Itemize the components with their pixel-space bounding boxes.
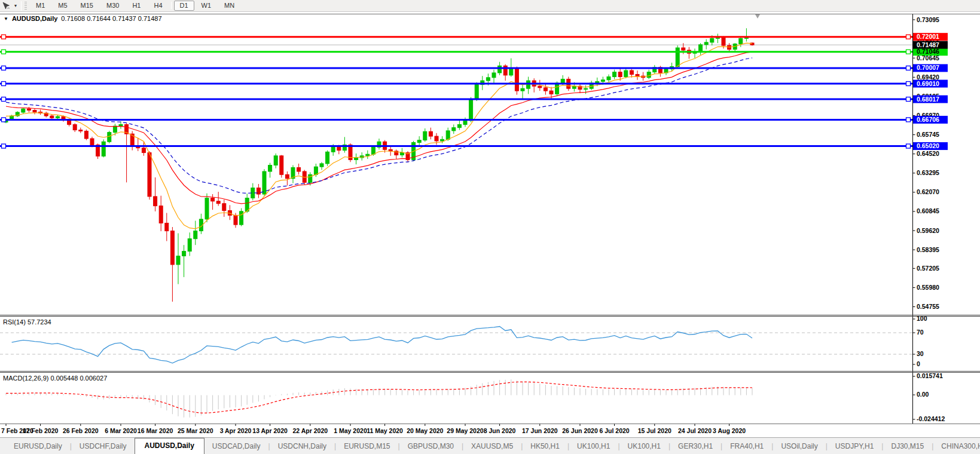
chart-canvas[interactable]: 0.730950.718700.706450.694200.681950.669… [0, 12, 980, 437]
timeframe-button-M15[interactable]: M15 [75, 1, 99, 11]
candle-body [56, 116, 59, 118]
rsi-pane[interactable] [0, 327, 913, 363]
candle-body [154, 197, 157, 206]
chart-tab-HK50-H1[interactable]: HK50,H1 [523, 439, 567, 454]
candle-body [337, 147, 341, 150]
macd-axis-label: -0.024412 [917, 415, 945, 422]
date-tick-label: 3 Apr 2020 [220, 427, 252, 434]
chart-tab-DJ30-M15[interactable]: DJ30,M15 [883, 439, 932, 454]
hline-handle[interactable] [906, 118, 911, 122]
date-tick-label: 29 May 2020 [447, 427, 483, 434]
chart-tab-USDJPY-H1[interactable]: USDJPY,H1 [828, 439, 881, 454]
rsi-label: RSI(14) 57.7234 [3, 318, 51, 326]
candle-body [452, 128, 456, 131]
candle-body [607, 76, 610, 79]
candle-body [176, 256, 180, 264]
candle-body [268, 165, 272, 171]
candle-body [90, 139, 94, 145]
hline-handle[interactable] [2, 50, 6, 54]
candle-body [27, 109, 30, 110]
hline-handle[interactable] [2, 97, 6, 102]
chart-tab-AUDUSD-Daily[interactable]: AUDUSD,Daily [135, 438, 204, 454]
chart-tab-EURUSD-Daily[interactable]: EURUSD,Daily [6, 439, 70, 454]
toolbar-grip-handle[interactable] [25, 2, 27, 10]
chart-shift-marker-icon[interactable] [755, 14, 760, 19]
rsi-axis-label: 0 [917, 360, 920, 367]
moving-average-20 [6, 52, 752, 204]
chart-tab-USDCAD-Daily[interactable]: USDCAD,Daily [204, 439, 268, 454]
date-tick-label: 8 Jun 2020 [484, 427, 516, 434]
chart-tab-EURUSD-M15[interactable]: EURUSD,M15 [336, 439, 398, 454]
hline-handle[interactable] [906, 97, 911, 102]
chart-tab-UK100-H1[interactable]: UK100,H1 [620, 439, 668, 454]
candle-body [33, 111, 36, 112]
candle-body [320, 164, 323, 167]
hline-handle[interactable] [2, 66, 6, 70]
timeframe-button-MN[interactable]: MN [218, 1, 240, 11]
date-tick-label: 13 Apr 2020 [252, 427, 288, 434]
chart-dropdown-icon[interactable]: ▼ [4, 16, 8, 22]
hline-handle[interactable] [2, 82, 6, 86]
chart-tab-UK100-H1[interactable]: UK100,H1 [569, 439, 618, 454]
price-tick-label: 0.63295 [917, 169, 939, 176]
candle-body [326, 152, 329, 164]
candle-body [630, 70, 633, 75]
candle-body [710, 38, 714, 42]
ohlc-values: 0.71608 0.71644 0.71437 0.71487 [61, 15, 161, 22]
hline-handle[interactable] [906, 50, 911, 54]
chart-tab-GBPUSD-M30[interactable]: GBPUSD,M30 [400, 439, 462, 454]
candle-body [739, 38, 743, 44]
macd-axis-label: 0.015741 [917, 372, 943, 379]
date-tick-label: 6 Mar 2020 [105, 427, 137, 434]
hline-handle[interactable] [2, 35, 6, 39]
cursor-tool-dropdown-caret[interactable]: ▾ [12, 3, 19, 8]
price-tick-label: 0.55980 [917, 284, 939, 291]
candle-body [509, 68, 513, 75]
timeframe-button-M30[interactable]: M30 [100, 1, 125, 11]
hline-handle[interactable] [2, 144, 6, 148]
candle-body [722, 38, 725, 45]
price-tick-label: 0.62070 [917, 188, 939, 195]
candles [4, 28, 754, 302]
chart-tab-USDCNH-Daily[interactable]: USDCNH,Daily [270, 439, 334, 454]
candle-body [216, 201, 220, 204]
hline-handle[interactable] [906, 66, 911, 70]
candle-body [469, 99, 473, 120]
chart-tab-GER30-H1[interactable]: GER30,H1 [670, 439, 721, 454]
hline-handle[interactable] [906, 35, 911, 39]
timeframe-button-D1[interactable]: D1 [174, 1, 194, 11]
candle-body [119, 124, 123, 126]
candle-body [142, 148, 145, 153]
chart-tab-CHINA300-H4[interactable]: CHINA300,H4 [933, 439, 980, 454]
macd-pane[interactable] [6, 379, 752, 418]
cursor-crosshair-icon[interactable] [0, 1, 12, 11]
chart-tab-USDCHF-Daily[interactable]: USDCHF,Daily [72, 439, 135, 454]
main-pane[interactable] [0, 14, 913, 302]
chart-tab-XAUUSD-M5[interactable]: XAUUSD,M5 [463, 439, 521, 454]
timeframe-button-W1[interactable]: W1 [196, 1, 218, 11]
rsi-axis-label: 100 [917, 315, 927, 322]
chart-tab-USOil-Daily[interactable]: USOil,Daily [773, 439, 825, 454]
candle-body [636, 75, 639, 76]
candle-body [113, 126, 117, 132]
hline-handle[interactable] [906, 144, 911, 148]
date-tick-label: 20 May 2020 [407, 427, 443, 434]
candle-body [704, 42, 708, 45]
candle-body [79, 130, 83, 131]
hline-handle[interactable] [2, 118, 6, 122]
timeframe-button-M1[interactable]: M1 [30, 1, 51, 11]
timeframe-button-M5[interactable]: M5 [52, 1, 73, 11]
timeframe-button-H4[interactable]: H4 [148, 1, 168, 11]
chart-tab-FRA40-H1[interactable]: FRA40,H1 [722, 439, 771, 454]
price-tick-label: 0.64520 [917, 150, 939, 157]
candle-body [716, 38, 719, 38]
timeframe-button-H1[interactable]: H1 [126, 1, 146, 11]
candle-body [498, 66, 502, 73]
candle-body [159, 206, 163, 223]
date-tick-label: 3 Aug 2020 [713, 427, 746, 434]
date-tick-label: 16 Mar 2020 [138, 427, 173, 434]
hline-handle[interactable] [906, 82, 911, 86]
candle-body [492, 73, 496, 78]
candle-body [188, 239, 191, 251]
candle-body [486, 78, 490, 81]
